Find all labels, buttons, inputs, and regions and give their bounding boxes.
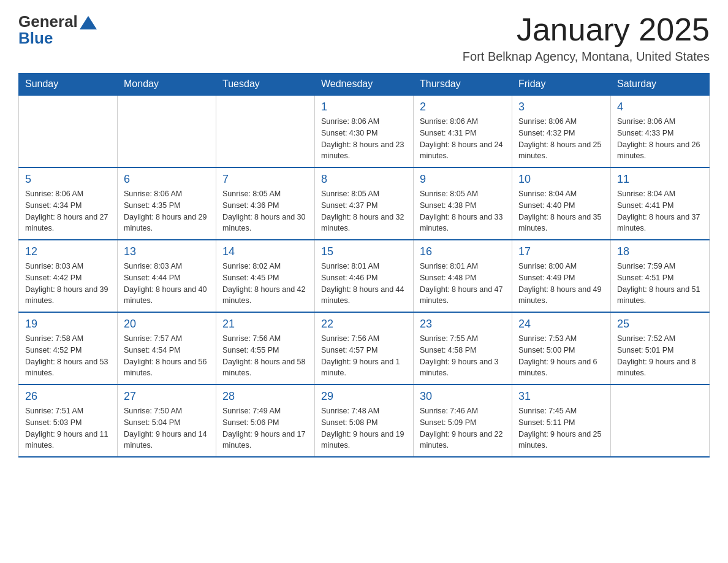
day-number: 6 — [124, 173, 210, 186]
day-number: 21 — [222, 318, 308, 331]
weekday-header-thursday: Thursday — [414, 74, 512, 96]
calendar-cell-week2-day3: 7Sunrise: 8:05 AMSunset: 4:36 PMDaylight… — [216, 167, 315, 240]
day-number: 25 — [617, 318, 703, 331]
day-info: Sunrise: 8:01 AMSunset: 4:48 PMDaylight:… — [420, 261, 506, 307]
day-number: 24 — [518, 318, 604, 331]
day-info: Sunrise: 7:45 AMSunset: 5:11 PMDaylight:… — [518, 405, 604, 451]
day-number: 12 — [25, 245, 111, 258]
calendar-table: SundayMondayTuesdayWednesdayThursdayFrid… — [18, 73, 710, 458]
weekday-header-saturday: Saturday — [611, 74, 710, 96]
day-info: Sunrise: 7:55 AMSunset: 4:58 PMDaylight:… — [420, 333, 506, 379]
calendar-cell-week2-day2: 6Sunrise: 8:06 AMSunset: 4:35 PMDaylight… — [118, 167, 216, 240]
day-info: Sunrise: 8:04 AMSunset: 4:40 PMDaylight:… — [518, 188, 604, 234]
day-number: 16 — [420, 245, 506, 258]
day-info: Sunrise: 7:53 AMSunset: 5:00 PMDaylight:… — [518, 333, 604, 379]
day-number: 26 — [25, 390, 111, 403]
day-info: Sunrise: 7:46 AMSunset: 5:09 PMDaylight:… — [420, 405, 506, 451]
day-number: 7 — [222, 173, 308, 186]
calendar-cell-week3-day5: 16Sunrise: 8:01 AMSunset: 4:48 PMDayligh… — [414, 240, 512, 312]
day-info: Sunrise: 8:03 AMSunset: 4:44 PMDaylight:… — [124, 261, 210, 307]
day-info: Sunrise: 7:51 AMSunset: 5:03 PMDaylight:… — [25, 405, 111, 451]
calendar-cell-week3-day4: 15Sunrise: 8:01 AMSunset: 4:46 PMDayligh… — [315, 240, 414, 312]
day-info: Sunrise: 8:05 AMSunset: 4:37 PMDaylight:… — [321, 188, 407, 234]
calendar-cell-week3-day3: 14Sunrise: 8:02 AMSunset: 4:45 PMDayligh… — [216, 240, 315, 312]
day-info: Sunrise: 7:49 AMSunset: 5:06 PMDaylight:… — [222, 405, 308, 451]
day-info: Sunrise: 7:59 AMSunset: 4:51 PMDaylight:… — [617, 261, 703, 307]
day-number: 13 — [124, 245, 210, 258]
calendar-cell-week3-day2: 13Sunrise: 8:03 AMSunset: 4:44 PMDayligh… — [118, 240, 216, 312]
calendar-cell-week3-day1: 12Sunrise: 8:03 AMSunset: 4:42 PMDayligh… — [19, 240, 118, 312]
day-info: Sunrise: 7:56 AMSunset: 4:57 PMDaylight:… — [321, 333, 407, 379]
day-number: 20 — [124, 318, 210, 331]
day-info: Sunrise: 7:57 AMSunset: 4:54 PMDaylight:… — [124, 333, 210, 379]
weekday-header-tuesday: Tuesday — [216, 74, 315, 96]
calendar-cell-week1-day6: 3Sunrise: 8:06 AMSunset: 4:32 PMDaylight… — [512, 95, 611, 167]
weekday-header-sunday: Sunday — [19, 74, 118, 96]
calendar-cell-week4-day6: 24Sunrise: 7:53 AMSunset: 5:00 PMDayligh… — [512, 312, 611, 385]
page-header: General Blue January 2025 Fort Belknap A… — [18, 12, 710, 64]
calendar-cell-week5-day3: 28Sunrise: 7:49 AMSunset: 5:06 PMDayligh… — [216, 385, 315, 457]
day-number: 28 — [222, 390, 308, 403]
day-number: 17 — [518, 245, 604, 258]
calendar-cell-week4-day2: 20Sunrise: 7:57 AMSunset: 4:54 PMDayligh… — [118, 312, 216, 385]
day-number: 23 — [420, 318, 506, 331]
day-number: 5 — [25, 173, 111, 186]
calendar-cell-week5-day1: 26Sunrise: 7:51 AMSunset: 5:03 PMDayligh… — [19, 385, 118, 457]
day-number: 19 — [25, 318, 111, 331]
calendar-cell-week1-day7: 4Sunrise: 8:06 AMSunset: 4:33 PMDaylight… — [611, 95, 710, 167]
day-info: Sunrise: 8:06 AMSunset: 4:30 PMDaylight:… — [321, 116, 407, 162]
day-info: Sunrise: 8:05 AMSunset: 4:36 PMDaylight:… — [222, 188, 308, 234]
day-info: Sunrise: 7:58 AMSunset: 4:52 PMDaylight:… — [25, 333, 111, 379]
day-number: 22 — [321, 318, 407, 331]
day-info: Sunrise: 7:50 AMSunset: 5:04 PMDaylight:… — [124, 405, 210, 451]
day-number: 4 — [617, 101, 703, 113]
calendar-cell-week5-day5: 30Sunrise: 7:46 AMSunset: 5:09 PMDayligh… — [414, 385, 512, 457]
calendar-cell-week4-day5: 23Sunrise: 7:55 AMSunset: 4:58 PMDayligh… — [414, 312, 512, 385]
calendar-cell-week1-day4: 1Sunrise: 8:06 AMSunset: 4:30 PMDaylight… — [315, 95, 414, 167]
calendar-cell-week1-day5: 2Sunrise: 8:06 AMSunset: 4:31 PMDaylight… — [414, 95, 512, 167]
calendar-week-1: 1Sunrise: 8:06 AMSunset: 4:30 PMDaylight… — [19, 95, 710, 167]
day-number: 8 — [321, 173, 407, 186]
calendar-cell-week3-day7: 18Sunrise: 7:59 AMSunset: 4:51 PMDayligh… — [611, 240, 710, 312]
day-number: 10 — [518, 173, 604, 186]
calendar-header-row: SundayMondayTuesdayWednesdayThursdayFrid… — [19, 74, 710, 96]
logo[interactable]: General Blue — [18, 12, 97, 48]
calendar-week-4: 19Sunrise: 7:58 AMSunset: 4:52 PMDayligh… — [19, 312, 710, 385]
subtitle: Fort Belknap Agency, Montana, United Sta… — [463, 50, 710, 64]
logo-icon — [80, 16, 97, 29]
day-number: 3 — [518, 101, 604, 113]
calendar-cell-week5-day7 — [611, 385, 710, 457]
calendar-cell-week4-day4: 22Sunrise: 7:56 AMSunset: 4:57 PMDayligh… — [315, 312, 414, 385]
calendar-cell-week4-day1: 19Sunrise: 7:58 AMSunset: 4:52 PMDayligh… — [19, 312, 118, 385]
weekday-header-monday: Monday — [118, 74, 216, 96]
day-number: 1 — [321, 101, 407, 113]
day-number: 31 — [518, 390, 604, 403]
day-number: 27 — [124, 390, 210, 403]
day-number: 18 — [617, 245, 703, 258]
calendar-week-2: 5Sunrise: 8:06 AMSunset: 4:34 PMDaylight… — [19, 167, 710, 240]
day-info: Sunrise: 8:06 AMSunset: 4:33 PMDaylight:… — [617, 116, 703, 162]
calendar-cell-week2-day7: 11Sunrise: 8:04 AMSunset: 4:41 PMDayligh… — [611, 167, 710, 240]
day-info: Sunrise: 7:52 AMSunset: 5:01 PMDaylight:… — [617, 333, 703, 379]
day-info: Sunrise: 8:04 AMSunset: 4:41 PMDaylight:… — [617, 188, 703, 234]
day-info: Sunrise: 8:06 AMSunset: 4:31 PMDaylight:… — [420, 116, 506, 162]
calendar-cell-week1-day2 — [118, 95, 216, 167]
calendar-cell-week2-day4: 8Sunrise: 8:05 AMSunset: 4:37 PMDaylight… — [315, 167, 414, 240]
calendar-week-5: 26Sunrise: 7:51 AMSunset: 5:03 PMDayligh… — [19, 385, 710, 457]
calendar-cell-week2-day5: 9Sunrise: 8:05 AMSunset: 4:38 PMDaylight… — [414, 167, 512, 240]
calendar-cell-week4-day3: 21Sunrise: 7:56 AMSunset: 4:55 PMDayligh… — [216, 312, 315, 385]
day-info: Sunrise: 7:48 AMSunset: 5:08 PMDaylight:… — [321, 405, 407, 451]
weekday-header-wednesday: Wednesday — [315, 74, 414, 96]
calendar-cell-week2-day1: 5Sunrise: 8:06 AMSunset: 4:34 PMDaylight… — [19, 167, 118, 240]
calendar-cell-week3-day6: 17Sunrise: 8:00 AMSunset: 4:49 PMDayligh… — [512, 240, 611, 312]
calendar-cell-week5-day2: 27Sunrise: 7:50 AMSunset: 5:04 PMDayligh… — [118, 385, 216, 457]
weekday-header-friday: Friday — [512, 74, 611, 96]
logo-blue-text: Blue — [18, 29, 53, 48]
day-number: 9 — [420, 173, 506, 186]
day-number: 29 — [321, 390, 407, 403]
calendar-cell-week5-day4: 29Sunrise: 7:48 AMSunset: 5:08 PMDayligh… — [315, 385, 414, 457]
title-section: January 2025 Fort Belknap Agency, Montan… — [463, 12, 710, 64]
day-info: Sunrise: 8:06 AMSunset: 4:32 PMDaylight:… — [518, 116, 604, 162]
day-info: Sunrise: 8:00 AMSunset: 4:49 PMDaylight:… — [518, 261, 604, 307]
calendar-cell-week4-day7: 25Sunrise: 7:52 AMSunset: 5:01 PMDayligh… — [611, 312, 710, 385]
